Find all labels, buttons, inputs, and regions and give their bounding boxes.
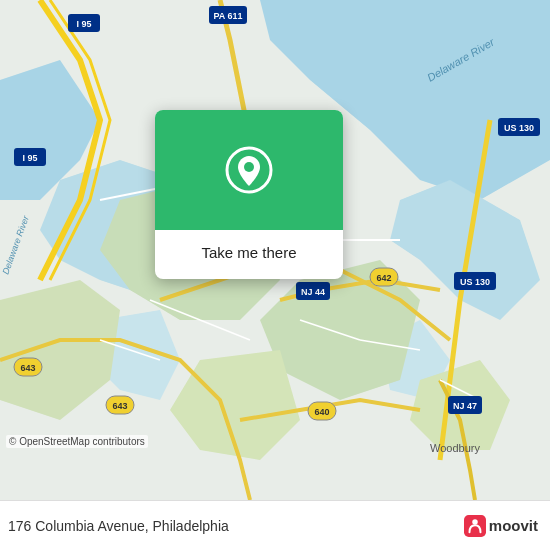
moovit-logo: moovit	[464, 515, 538, 537]
svg-text:Woodbury: Woodbury	[430, 442, 480, 454]
moovit-label-text: moovit	[489, 517, 538, 534]
svg-point-50	[472, 519, 478, 525]
location-pin-icon	[225, 146, 273, 194]
svg-text:I 95: I 95	[76, 19, 91, 29]
svg-text:643: 643	[20, 363, 35, 373]
popup-map-preview	[155, 110, 343, 230]
attribution-text: © OpenStreetMap contributors	[6, 435, 148, 448]
svg-text:640: 640	[314, 407, 329, 417]
svg-text:US 130: US 130	[460, 277, 490, 287]
svg-text:NJ 47: NJ 47	[453, 401, 477, 411]
popup-card: Take me there	[155, 110, 343, 279]
svg-text:I 95: I 95	[22, 153, 37, 163]
take-me-there-button[interactable]: Take me there	[193, 240, 304, 265]
address-text: 176 Columbia Avenue, Philadelphia	[8, 518, 229, 534]
svg-text:US 130: US 130	[504, 123, 534, 133]
popup-button-area[interactable]: Take me there	[155, 230, 343, 279]
moovit-icon	[464, 515, 486, 537]
svg-text:NJ 44: NJ 44	[301, 287, 325, 297]
svg-text:642: 642	[376, 273, 391, 283]
map-container: I 95 I 95 PA 611 US 130 US 130 NJ 44 NJ …	[0, 0, 550, 500]
svg-text:643: 643	[112, 401, 127, 411]
bottom-bar: 176 Columbia Avenue, Philadelphia moovit	[0, 500, 550, 550]
svg-text:PA 611: PA 611	[213, 11, 242, 21]
svg-point-48	[244, 162, 254, 172]
